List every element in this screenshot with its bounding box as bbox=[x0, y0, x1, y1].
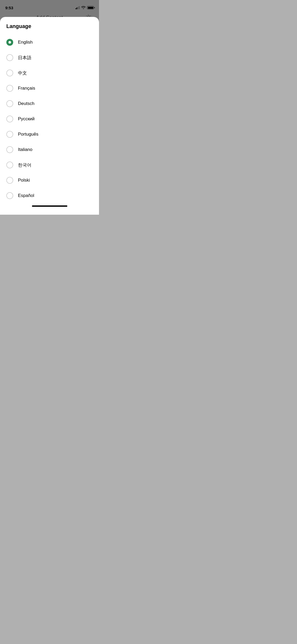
radio-spanish[interactable] bbox=[6, 192, 13, 199]
signal-icon bbox=[76, 6, 80, 9]
language-item-spanish[interactable]: Español bbox=[0, 188, 99, 203]
radio-korean[interactable] bbox=[6, 162, 13, 168]
language-name-japanese: 日本語 bbox=[18, 55, 31, 61]
language-item-french[interactable]: Français bbox=[0, 81, 99, 96]
language-name-english: English bbox=[18, 40, 33, 45]
radio-german[interactable] bbox=[6, 100, 13, 107]
language-name-italian: Italiano bbox=[18, 147, 32, 152]
battery-icon bbox=[87, 6, 94, 9]
radio-chinese[interactable] bbox=[6, 70, 13, 76]
language-name-german: Deutsch bbox=[18, 101, 34, 106]
home-indicator bbox=[0, 203, 99, 207]
wifi-icon bbox=[81, 6, 86, 10]
language-item-polish[interactable]: Polski bbox=[0, 173, 99, 188]
language-name-portuguese: Português bbox=[18, 132, 39, 137]
language-name-french: Français bbox=[18, 86, 35, 91]
language-name-polish: Polski bbox=[18, 178, 30, 183]
radio-french[interactable] bbox=[6, 85, 13, 92]
radio-portuguese[interactable] bbox=[6, 131, 13, 138]
status-icons bbox=[76, 6, 94, 10]
language-item-chinese[interactable]: 中文 bbox=[0, 65, 99, 81]
radio-english[interactable] bbox=[6, 39, 13, 46]
language-list: English日本語中文FrançaisDeutschРусскийPortug… bbox=[0, 35, 99, 203]
language-sheet: Language English日本語中文FrançaisDeutschРусс… bbox=[0, 17, 99, 215]
radio-polish[interactable] bbox=[6, 177, 13, 184]
radio-russian[interactable] bbox=[6, 116, 13, 122]
language-item-portuguese[interactable]: Português bbox=[0, 127, 99, 142]
home-bar bbox=[32, 205, 67, 207]
language-item-russian[interactable]: Русский bbox=[0, 111, 99, 127]
language-item-japanese[interactable]: 日本語 bbox=[0, 50, 99, 65]
sheet-title: Language bbox=[0, 23, 99, 35]
radio-japanese[interactable] bbox=[6, 54, 13, 61]
language-item-korean[interactable]: 한국어 bbox=[0, 157, 99, 173]
language-name-chinese: 中文 bbox=[18, 70, 27, 76]
language-name-korean: 한국어 bbox=[18, 162, 31, 168]
language-name-spanish: Español bbox=[18, 193, 34, 198]
status-bar: 9:53 bbox=[0, 0, 99, 12]
language-item-italian[interactable]: Italiano bbox=[0, 142, 99, 157]
language-item-german[interactable]: Deutsch bbox=[0, 96, 99, 111]
radio-italian[interactable] bbox=[6, 146, 13, 153]
language-item-english[interactable]: English bbox=[0, 35, 99, 50]
language-name-russian: Русский bbox=[18, 116, 35, 122]
status-time: 9:53 bbox=[5, 6, 13, 10]
